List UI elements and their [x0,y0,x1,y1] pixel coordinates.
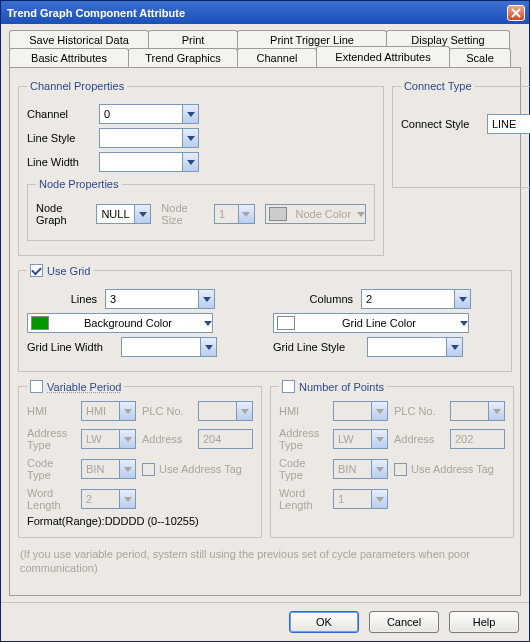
node-size-combo: 1 [214,204,255,224]
chevron-down-icon [376,467,384,472]
chevron-down-icon [451,345,459,350]
channel-combo[interactable]: 0 [99,104,199,124]
label-line-style: Line Style [27,132,91,144]
close-icon [511,8,521,18]
label-lines: Lines [27,293,97,305]
np-wordlen-combo: 1 [333,489,388,509]
node-graph-combo[interactable]: NULL [96,204,151,224]
dialog-footer: OK Cancel Help [1,602,529,641]
group-node-properties: Node Properties Node Graph NULL Node Siz… [27,178,375,241]
chevron-down-icon [376,437,384,442]
label-word-length: Word Length [27,487,75,511]
np-use-address-tag-checkbox: Use Address Tag [394,463,505,476]
tab-print[interactable]: Print [148,30,238,49]
chevron-down-icon [459,297,467,302]
chevron-down-icon [241,409,249,414]
label-address: Address [142,433,192,445]
label-plc-no: PLC No. [394,405,444,417]
label-grid-line-width: Grid Line Width [27,341,113,353]
tab-channel[interactable]: Channel [237,48,317,68]
connect-style-combo[interactable]: LINE [487,114,530,134]
background-color-combo[interactable]: Background Color [27,313,213,333]
line-style-combo[interactable] [99,128,199,148]
chevron-down-icon [187,160,195,165]
label-address-type: Address Type [27,427,75,451]
chevron-down-icon [187,112,195,117]
grid-line-color-combo[interactable]: Grid Line Color [273,313,469,333]
title-bar: Trend Graph Component Attribute [1,1,529,24]
tab-trend-graphics[interactable]: Trend Graphics [128,48,238,68]
cancel-button[interactable]: Cancel [369,611,439,633]
close-button[interactable] [507,5,525,21]
legend-connect-type: Connect Type [401,80,475,92]
tab-scale[interactable]: Scale [449,48,511,68]
chevron-down-icon [242,212,250,217]
np-address-input: 202 [450,429,505,449]
node-color-swatch [269,207,287,221]
variable-period-checkbox[interactable]: Variable Period [30,380,121,393]
grid-line-width-combo[interactable] [121,337,217,357]
label-code-type: Code Type [27,457,75,481]
window-title: Trend Graph Component Attribute [7,7,507,19]
label-line-width: Line Width [27,156,91,168]
label-hmi: HMI [27,405,75,417]
label-hmi: HMI [279,405,327,417]
group-connect-type: Connect Type Connect Style LINE [392,80,530,188]
grid-line-color-swatch [277,316,295,330]
group-channel-properties: Channel Properties Channel 0 Line Style [18,80,384,256]
label-code-type: Code Type [279,457,327,481]
vp-wordlen-combo: 2 [81,489,136,509]
chevron-down-icon [187,136,195,141]
np-hmi-combo [333,401,388,421]
chevron-down-icon [124,497,132,502]
chevron-down-icon [124,437,132,442]
label-connect-style: Connect Style [401,118,479,130]
ok-button[interactable]: OK [289,611,359,633]
grid-line-style-combo[interactable] [367,337,463,357]
chevron-down-icon [139,212,147,217]
np-plcno-combo [450,401,505,421]
chevron-down-icon [203,297,211,302]
chevron-down-icon [124,409,132,414]
tab-extended-attributes[interactable]: Extended Attributes [316,46,450,68]
node-color-combo: Node Color [265,204,366,224]
vp-addrtype-combo: LW [81,429,136,449]
label-address: Address [394,433,444,445]
group-number-of-points: Number of Points HMI PLC No. Address Typ… [270,380,514,538]
info-text: (If you use variable period, system stil… [20,548,510,576]
vp-plcno-combo [198,401,253,421]
label-node-size: Node Size [161,202,204,226]
chevron-down-icon [204,321,212,326]
tab-basic-attributes[interactable]: Basic Attributes [9,48,129,68]
label-plc-no: PLC No. [142,405,192,417]
chevron-down-icon [376,497,384,502]
np-addrtype-combo: LW [333,429,388,449]
chevron-down-icon [357,212,365,217]
use-grid-checkbox[interactable]: Use Grid [30,264,90,277]
label-node-graph: Node Graph [36,202,86,226]
chevron-down-icon [205,345,213,350]
chevron-down-icon [124,467,132,472]
label-word-length: Word Length [279,487,327,511]
group-variable-period: Variable Period HMI HMI PLC No. Address … [18,380,262,538]
chevron-down-icon [460,321,468,326]
label-columns: Columns [273,293,353,305]
lines-combo[interactable]: 3 [105,289,215,309]
chevron-down-icon [376,409,384,414]
tab-save-historical-data[interactable]: Save Historical Data [9,30,149,49]
help-button[interactable]: Help [449,611,519,633]
vp-hmi-combo: HMI [81,401,136,421]
np-codetype-combo: BIN [333,459,388,479]
columns-combo[interactable]: 2 [361,289,471,309]
vp-address-input: 204 [198,429,253,449]
number-of-points-checkbox[interactable]: Number of Points [282,380,384,393]
background-color-swatch [31,316,49,330]
legend-channel-properties: Channel Properties [27,80,127,92]
line-width-combo[interactable] [99,152,199,172]
dialog-window: Trend Graph Component Attribute Save His… [0,0,530,642]
vp-use-address-tag-checkbox: Use Address Tag [142,463,253,476]
label-channel: Channel [27,108,91,120]
format-text: Format(Range):DDDDD (0--10255) [27,515,253,527]
chevron-down-icon [493,409,501,414]
label-grid-line-style: Grid Line Style [273,341,359,353]
